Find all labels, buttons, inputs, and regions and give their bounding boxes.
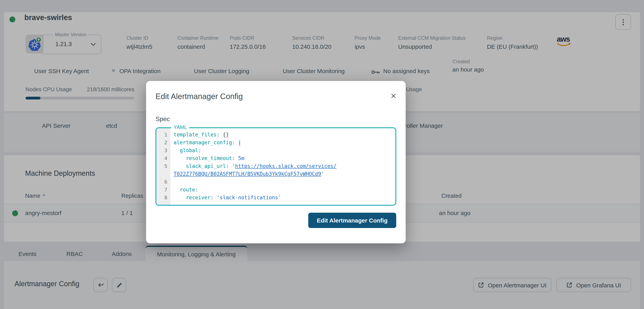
line-number: 6 <box>156 178 170 186</box>
code-line: route: <box>174 186 396 194</box>
edit-alertmanager-dialog: Edit Alertmanager Config × Spec YAML 123… <box>146 81 406 243</box>
yaml-editor-gutter: 12345678 <box>156 128 170 205</box>
line-number: 4 <box>156 155 170 162</box>
spec-label: Spec <box>156 116 170 123</box>
code-line: alertmanager_config: | <box>174 139 396 147</box>
submit-edit-alertmanager-button[interactable]: Edit Alertmanager Config <box>308 213 396 228</box>
close-icon[interactable]: × <box>391 91 396 101</box>
code-line: slack_api_url: 'https://hooks.slack.com/… <box>174 162 396 170</box>
line-number: 5 <box>156 162 170 170</box>
dialog-title: Edit Alertmanager Config <box>156 92 243 101</box>
app-root: brave-swirles ⋮ Master Version 1.21 <box>0 0 644 309</box>
code-line: template_files: {} <box>174 131 396 139</box>
code-line <box>174 178 396 186</box>
yaml-editor[interactable]: YAML 12345678 template_files: {}alertman… <box>156 127 396 206</box>
line-number: 1 <box>156 131 170 139</box>
code-line: T022Z776BQU/B02ASFMT7LH/BSVKDub3Yk9kCgF5… <box>174 170 396 178</box>
line-number: 8 <box>156 194 170 202</box>
yaml-editor-code[interactable]: template_files: {}alertmanager_config: |… <box>170 128 396 205</box>
line-number <box>156 170 170 178</box>
line-number: 3 <box>156 147 170 155</box>
code-line: global: <box>174 147 396 155</box>
line-number: 7 <box>156 186 170 194</box>
line-number: 2 <box>156 139 170 147</box>
code-line: resolve_timeout: 5m <box>174 155 396 162</box>
code-line: receiver: 'slack-notifications' <box>174 194 396 202</box>
